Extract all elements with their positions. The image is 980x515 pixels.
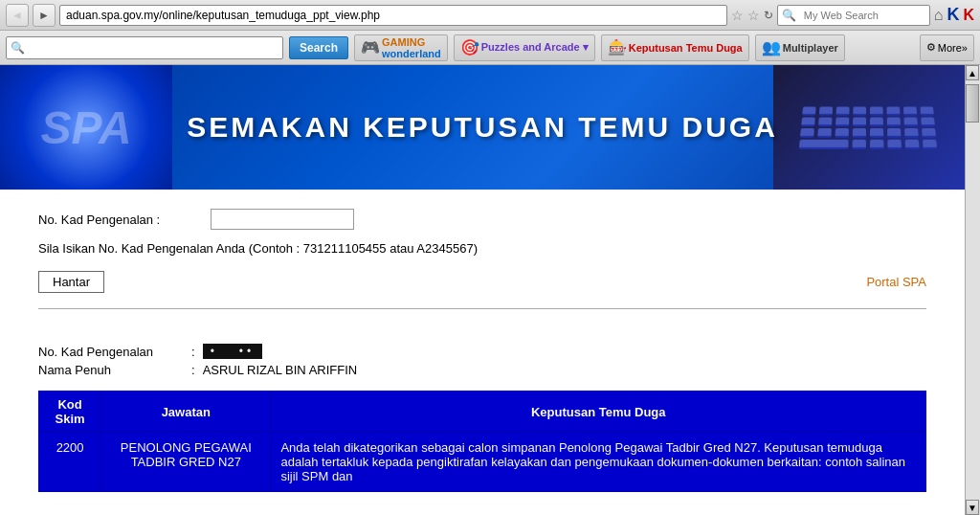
forward-button[interactable]: ►: [33, 4, 56, 27]
multiplayer-icon: 👥: [762, 38, 781, 56]
result-nama-label: Nama Penuh: [38, 363, 191, 377]
table-row: 2200 PENOLONG PEGAWAI TADBIR GRED N27 An…: [39, 433, 926, 492]
gaming-addon[interactable]: 🎮 GAMINGwonderland: [354, 34, 448, 61]
scrollbar[interactable]: ▲ ▼: [965, 65, 980, 515]
divider: [38, 308, 926, 309]
websearch-input[interactable]: [800, 10, 940, 21]
result-kad-value: • ••: [203, 344, 263, 359]
settings-icon: ⚙: [926, 41, 936, 54]
star2-icon[interactable]: ☆: [747, 8, 760, 23]
form-area: No. Kad Pengenalan : Sila Isikan No. Kad…: [0, 190, 965, 344]
gaming-icon: 🎮: [361, 38, 380, 56]
casino-icon: 🎰: [608, 38, 627, 56]
col-jawatan: Jawatan: [101, 392, 271, 433]
cell-keputusan: Anda telah dikategorikan sebagai calon s…: [271, 433, 926, 492]
scrollbar-thumb[interactable]: [966, 84, 979, 123]
puzzles-icon: 🎯: [460, 38, 479, 56]
result-nama-value: ASRUL RIZAL BIN ARIFFIN: [203, 363, 358, 377]
cell-kod-skim: 2200: [39, 433, 101, 492]
form-hint: Sila Isikan No. Kad Pengenalan Anda (Con…: [38, 241, 926, 256]
scrollbar-down-arrow[interactable]: ▼: [966, 500, 979, 515]
portal-link[interactable]: Portal SPA: [866, 275, 926, 289]
result-nama-sep: :: [191, 363, 195, 377]
banner-logo-text: SPA: [40, 101, 131, 154]
websearch-icon: 🔍: [778, 9, 800, 22]
result-kad-sep: :: [191, 345, 195, 359]
back-button[interactable]: ◄: [6, 4, 29, 27]
scrollbar-up-arrow[interactable]: ▲: [966, 65, 979, 80]
result-section: No. Kad Pengenalan : • •• Nama Penuh : A…: [0, 344, 965, 511]
settings-more[interactable]: ⚙ More»: [920, 34, 974, 61]
result-table: Kod Skim Jawatan Keputusan Temu Duga 220…: [38, 391, 926, 492]
search-bar-icon: 🔍: [7, 41, 29, 55]
col-keputusan: Keputusan Temu Duga: [271, 392, 926, 433]
kaspersky-icon[interactable]: K: [963, 7, 974, 24]
multiplayer-addon[interactable]: 👥 Multiplayer: [755, 34, 845, 61]
hantar-button[interactable]: Hantar: [38, 271, 104, 293]
puzzles-label: Puzzles and Arcade ▾: [481, 41, 589, 54]
multiplayer-label: Multiplayer: [783, 42, 838, 54]
cell-jawatan: PENOLONG PEGAWAI TADBIR GRED N27: [101, 433, 271, 492]
address-bar[interactable]: [59, 5, 727, 26]
casino-addon[interactable]: 🎰 Keputusan Temu Duga: [601, 34, 749, 61]
casino-label: Keputusan Temu Duga: [629, 42, 743, 54]
col-kod-skim: Kod Skim: [39, 392, 101, 433]
search-input[interactable]: [29, 41, 282, 55]
result-kad-label: No. Kad Pengenalan: [38, 345, 191, 359]
kad-label: No. Kad Pengenalan :: [38, 213, 211, 227]
home-icon[interactable]: ⌂: [934, 7, 944, 24]
search-button[interactable]: Search: [289, 36, 348, 59]
gaming-label: GAMINGwonderland: [382, 36, 441, 59]
banner-keyboard: [773, 65, 965, 190]
banner: SPA SEMAKAN KEPUTUSAN TEMU DUGA: [0, 65, 965, 190]
favorites-icon[interactable]: K: [947, 5, 959, 25]
banner-logo: SPA: [0, 65, 172, 190]
puzzles-addon[interactable]: 🎯 Puzzles and Arcade ▾: [454, 34, 595, 61]
refresh-icon[interactable]: ↻: [764, 9, 773, 22]
banner-title: SEMAKAN KEPUTUSAN TEMU DUGA: [187, 111, 778, 144]
more-label: More»: [938, 42, 968, 54]
star-icon[interactable]: ☆: [731, 8, 744, 23]
kad-input[interactable]: [211, 209, 354, 230]
